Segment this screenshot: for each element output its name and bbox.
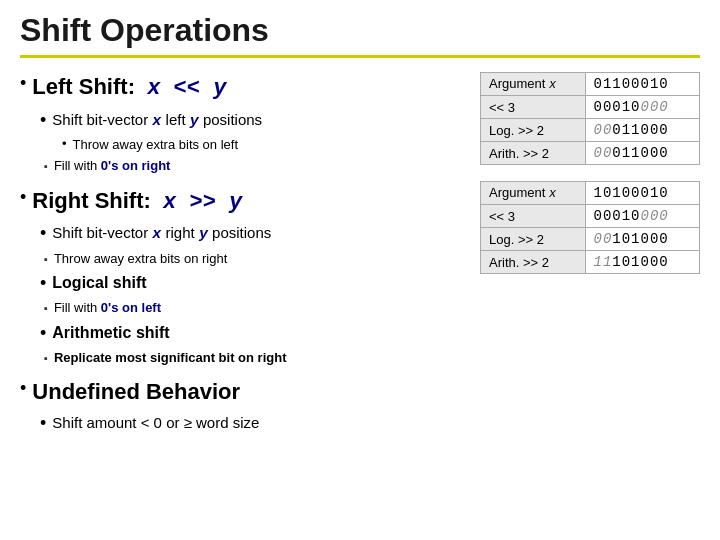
table-row: << 3 00010000 <box>481 96 700 119</box>
right-shift-title: Right Shift: x >> y <box>32 188 242 213</box>
arith-desc: Replicate most significant bit on right <box>54 349 287 367</box>
table1-row2-label: << 3 <box>481 96 586 119</box>
table1-row4-label: Arith. >> 2 <box>481 142 586 165</box>
throw-away-left: Throw away extra bits on left <box>73 136 238 154</box>
right-shift-sub1: ▪ Throw away extra bits on right <box>44 250 460 268</box>
logical-title: Logical shift <box>52 274 146 291</box>
table-row: Arith. >> 2 11101000 <box>481 251 700 274</box>
table-row: Arith. >> 2 00011000 <box>481 142 700 165</box>
table-row: << 3 00010000 <box>481 205 700 228</box>
table1-row3-label: Log. >> 2 <box>481 119 586 142</box>
undefined-heading: • Undefined Behavior <box>20 377 460 408</box>
page: Shift Operations • Left Shift: x << y • … <box>0 0 720 540</box>
logical-sub: ▪ Fill with 0's on left <box>44 299 460 317</box>
right-shift-section: • Right Shift: x >> y • Shift bit-vector… <box>20 186 460 368</box>
page-title: Shift Operations <box>20 12 700 58</box>
table2: Argument x 10100010 << 3 00010000 Log. >… <box>480 181 700 274</box>
left-column: • Left Shift: x << y • Shift bit-vector … <box>20 72 460 445</box>
right-shift-heading: • Right Shift: x >> y <box>20 186 460 219</box>
table-row: Log. >> 2 00101000 <box>481 228 700 251</box>
arith-shift-heading: • Arithmetic shift <box>40 322 460 345</box>
left-shift-sub1: • Throw away extra bits on left <box>62 136 460 154</box>
table2-row2-label: << 3 <box>481 205 586 228</box>
table1-row2-value: 00010000 <box>585 96 700 119</box>
arith-sub: ▪ Replicate most significant bit on righ… <box>44 349 460 367</box>
left-shift-title: Left Shift: x << y <box>32 74 226 99</box>
arith-title: Arithmetic shift <box>52 324 169 341</box>
logical-shift-heading: • Logical shift <box>40 272 460 295</box>
left-shift-desc: • Shift bit-vector x left y positions <box>40 109 460 132</box>
undefined-section: • Undefined Behavior • Shift amount < 0 … <box>20 377 460 435</box>
table2-row4-value: 11101000 <box>585 251 700 274</box>
table-row: Log. >> 2 00011000 <box>481 119 700 142</box>
left-shift-heading: • Left Shift: x << y <box>20 72 460 105</box>
left-shift-section: • Left Shift: x << y • Shift bit-vector … <box>20 72 460 176</box>
left-shift-sub2: ▪ Fill with 0's on right <box>44 157 460 175</box>
table2-row3-value: 00101000 <box>585 228 700 251</box>
undefined-title: Undefined Behavior <box>32 379 240 404</box>
undefined-sub: Shift amount < 0 or ≥ word size <box>52 412 259 433</box>
table2-row1-value: 10100010 <box>585 182 700 205</box>
table2-row1-label: Argument x <box>481 182 586 205</box>
right-shift-desc: • Shift bit-vector x right y positions <box>40 222 460 245</box>
undefined-desc: • Shift amount < 0 or ≥ word size <box>40 412 460 435</box>
table2-row2-value: 00010000 <box>585 205 700 228</box>
throw-away-right: Throw away extra bits on right <box>54 250 227 268</box>
table2-row3-label: Log. >> 2 <box>481 228 586 251</box>
table1-row4-value: 00011000 <box>585 142 700 165</box>
right-column: Argument x 01100010 << 3 00010000 Log. >… <box>480 72 700 445</box>
table-row: Argument x 10100010 <box>481 182 700 205</box>
table1-row1-value: 01100010 <box>585 73 700 96</box>
table1: Argument x 01100010 << 3 00010000 Log. >… <box>480 72 700 165</box>
table-row: Argument x 01100010 <box>481 73 700 96</box>
table1-row3-value: 00011000 <box>585 119 700 142</box>
table2-row4-label: Arith. >> 2 <box>481 251 586 274</box>
table1-row1-label: Argument x <box>481 73 586 96</box>
main-content: • Left Shift: x << y • Shift bit-vector … <box>20 72 700 445</box>
